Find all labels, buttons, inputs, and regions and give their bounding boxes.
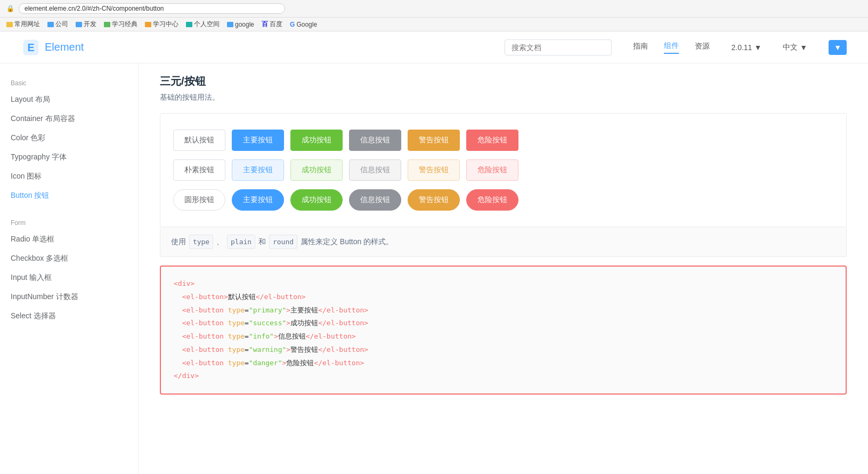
bookmark-label: 公司 xyxy=(55,20,68,29)
sidebar-item-radio[interactable]: Radio 单选框 xyxy=(0,230,138,249)
button-row-normal: 默认按钮 主要按钮 成功按钮 信息按钮 警告按钮 危险按钮 xyxy=(173,130,833,151)
lock-icon: 🔒 xyxy=(6,5,14,12)
desc-pre-text: 使用 xyxy=(171,237,186,246)
bookmark-xuexijingdian[interactable]: 学习经典 xyxy=(104,20,137,29)
page-layout: Basic Layout 布局 Container 布局容器 Color 色彩 … xyxy=(0,63,868,474)
bookmark-label: 个人空间 xyxy=(194,20,220,29)
bookmark-label: 常用网址 xyxy=(14,20,40,29)
logo-icon: E xyxy=(21,38,40,57)
bookmark-google-lower[interactable]: google xyxy=(227,21,254,28)
logo[interactable]: E Element xyxy=(21,38,84,57)
folder-icon xyxy=(104,22,110,27)
btn-plain-success[interactable]: 成功按钮 xyxy=(290,159,343,181)
header: E Element 指南 组件 资源 2.0.11 ▼ 中文 ▼ ▼ xyxy=(0,31,868,63)
folder-icon xyxy=(186,22,192,27)
sidebar-item-select[interactable]: Select 选择器 xyxy=(0,307,138,326)
bookmark-label: 学习经典 xyxy=(112,20,137,29)
sidebar-item-color[interactable]: Color 色彩 xyxy=(0,128,138,148)
bookmark-label: 学习中心 xyxy=(153,20,179,29)
bookmarks-bar: 常用网址 公司 开发 学习经典 学习中心 个人空间 google 百 百度 G … xyxy=(0,18,868,31)
folder-icon xyxy=(76,22,82,27)
nav-resource[interactable]: 资源 xyxy=(695,42,710,53)
btn-round-danger[interactable]: 危险按钮 xyxy=(466,189,518,211)
btn-round-success[interactable]: 成功按钮 xyxy=(290,189,343,211)
nav-component[interactable]: 组件 xyxy=(664,41,679,54)
bookmark-label: google xyxy=(235,21,254,28)
nav-links: 指南 组件 资源 xyxy=(633,41,710,54)
code-line-8: </div> xyxy=(174,369,833,383)
sidebar-section-form: Form xyxy=(0,214,138,230)
version-label: 2.0.11 xyxy=(731,43,752,52)
browser-url[interactable]: element.eleme.cn/2.0/#/zh-CN/component/b… xyxy=(19,3,285,14)
btn-round-primary[interactable]: 主要按钮 xyxy=(232,189,284,211)
sidebar-item-layout[interactable]: Layout 布局 xyxy=(0,90,138,109)
btn-round-info[interactable]: 信息按钮 xyxy=(349,189,401,211)
nav-guide[interactable]: 指南 xyxy=(633,42,648,53)
btn-info[interactable]: 信息按钮 xyxy=(349,130,401,151)
btn-plain-info[interactable]: 信息按钮 xyxy=(349,159,401,181)
bookmark-label: 开发 xyxy=(84,20,96,29)
sidebar-item-typography[interactable]: Typography 字体 xyxy=(0,148,138,167)
code-plain-tag: plain xyxy=(227,235,255,249)
btn-default[interactable]: 默认按钮 xyxy=(173,130,225,151)
code-line-3: <el-button type="primary">主要按钮</el-butto… xyxy=(174,304,833,317)
desc-mid2: 和 xyxy=(258,237,266,246)
button-row-round: 圆形按钮 主要按钮 成功按钮 信息按钮 警告按钮 危险按钮 xyxy=(173,189,833,211)
google-icon: G xyxy=(290,21,295,28)
lang-select[interactable]: 中文 ▼ xyxy=(783,43,807,52)
desc-box: 使用 type 、 plain 和 round 属性来定义 Button 的样式… xyxy=(160,227,847,257)
bookmark-kaifa[interactable]: 开发 xyxy=(76,20,96,29)
bookmark-label: Google xyxy=(296,21,317,28)
sidebar-item-inputnumber[interactable]: InputNumber 计数器 xyxy=(0,287,138,307)
code-line-1: <div> xyxy=(174,277,833,291)
button-row-plain: 朴素按钮 主要按钮 成功按钮 信息按钮 警告按钮 危险按钮 xyxy=(173,159,833,181)
btn-danger[interactable]: 危险按钮 xyxy=(466,130,518,151)
bookmark-gongsi[interactable]: 公司 xyxy=(47,20,68,29)
github-button[interactable]: ▼ xyxy=(829,40,847,55)
desc-mid1: 、 xyxy=(216,237,224,246)
sidebar-item-icon[interactable]: Icon 图标 xyxy=(0,167,138,186)
version-select[interactable]: 2.0.11 ▼ xyxy=(731,43,761,52)
bookmark-label: 百度 xyxy=(270,20,282,29)
btn-primary[interactable]: 主要按钮 xyxy=(232,130,284,151)
sidebar-section-basic: Basic xyxy=(0,74,138,90)
sidebar-item-container[interactable]: Container 布局容器 xyxy=(0,109,138,128)
lang-chevron-icon: ▼ xyxy=(800,43,807,52)
desc-post: 属性来定义 Button 的样式。 xyxy=(301,237,393,246)
btn-plain-danger[interactable]: 危险按钮 xyxy=(466,159,518,181)
logo-text: Element xyxy=(45,41,84,53)
bookmark-baidu[interactable]: 百 百度 xyxy=(262,20,282,29)
bookmark-google-upper[interactable]: G Google xyxy=(290,21,317,28)
page-title: 三元/按钮 xyxy=(160,74,847,89)
bookmark-xuexizhongxin[interactable]: 学习中心 xyxy=(145,20,179,29)
browser-bar: 🔒 element.eleme.cn/2.0/#/zh-CN/component… xyxy=(0,0,868,18)
code-round-tag: round xyxy=(269,235,297,249)
btn-plain-primary[interactable]: 主要按钮 xyxy=(232,159,284,181)
folder-icon xyxy=(6,22,13,27)
bookmark-gerenkongjian[interactable]: 个人空间 xyxy=(186,20,220,29)
bookmark-changyon[interactable]: 常用网址 xyxy=(6,20,40,29)
btn-round-warning[interactable]: 警告按钮 xyxy=(408,189,460,211)
code-line-7: <el-button type="danger">危险按钮</el-button… xyxy=(174,357,833,370)
svg-text:E: E xyxy=(27,42,34,53)
sidebar: Basic Layout 布局 Container 布局容器 Color 色彩 … xyxy=(0,63,139,474)
code-line-2: <el-button>默认按钮</el-button> xyxy=(174,291,833,304)
btn-round-default[interactable]: 圆形按钮 xyxy=(173,189,225,211)
version-chevron-icon: ▼ xyxy=(754,43,761,52)
sidebar-item-button[interactable]: Button 按钮 xyxy=(0,186,138,205)
btn-success[interactable]: 成功按钮 xyxy=(290,130,343,151)
folder-icon xyxy=(47,22,54,27)
code-line-6: <el-button type="warning">警告按钮</el-butto… xyxy=(174,343,833,357)
lang-label: 中文 xyxy=(783,43,798,52)
search-input[interactable] xyxy=(505,39,612,55)
sidebar-item-checkbox[interactable]: Checkbox 多选框 xyxy=(0,249,138,268)
code-line-5: <el-button type="info">信息按钮</el-button> xyxy=(174,330,833,343)
sidebar-item-input[interactable]: Input 输入框 xyxy=(0,268,138,287)
btn-plain-warning[interactable]: 警告按钮 xyxy=(408,159,460,181)
folder-icon xyxy=(227,22,233,27)
folder-icon xyxy=(145,22,151,27)
btn-plain-default[interactable]: 朴素按钮 xyxy=(173,159,225,181)
btn-warning[interactable]: 警告按钮 xyxy=(408,130,460,151)
main-content: 三元/按钮 基础的按钮用法。 默认按钮 主要按钮 成功按钮 信息按钮 警告按钮 … xyxy=(139,63,868,474)
page-desc: 基础的按钮用法。 xyxy=(160,93,847,102)
